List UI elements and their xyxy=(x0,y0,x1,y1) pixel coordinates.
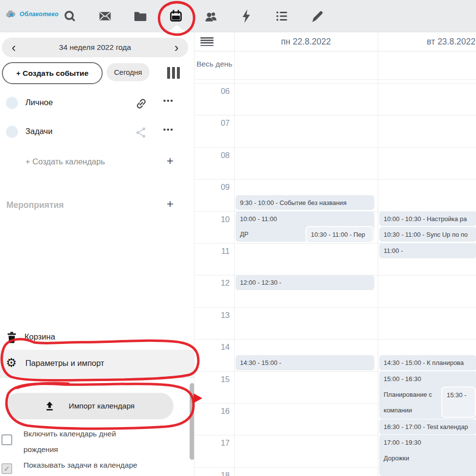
events-section-label: Мероприятия xyxy=(6,200,64,210)
hour-label: 16 xyxy=(195,406,230,416)
all-day-row[interactable]: Весь день xyxy=(195,51,476,80)
share-link-icon[interactable] xyxy=(135,97,148,112)
calendar-list-item-personal[interactable]: Личное ••• xyxy=(0,96,194,113)
event-tuesday-1700[interactable]: 17:00 - 19:30 Дорожки xyxy=(379,435,476,476)
calendar-color-dot[interactable] xyxy=(6,126,18,138)
event-tuesday-1630[interactable]: 16:30 - 17:00 - Test календар xyxy=(379,419,476,434)
week-navigation: ‹ 34 неделя 2022 года › xyxy=(2,38,188,57)
files-folder-icon[interactable] xyxy=(131,8,149,24)
calendar-list-item-tasks[interactable]: Задачи ••• xyxy=(0,125,194,141)
event-text: 16:30 - 17:00 - Test календар xyxy=(384,423,468,431)
day-header-monday[interactable]: пн 22.8.2022 xyxy=(234,32,378,51)
event-tuesday-1030[interactable]: 10:30 - 11:00 - Sync Up по по xyxy=(379,227,476,242)
hour-label: 07 xyxy=(195,118,230,128)
event-title: Дорожки xyxy=(384,451,472,466)
checkbox-checked[interactable]: ✓ xyxy=(1,463,12,474)
hour-label: 09 xyxy=(195,182,230,192)
event-text: 11:00 - xyxy=(384,247,403,254)
activity-bolt-icon[interactable] xyxy=(238,8,256,24)
all-day-label: Весь день xyxy=(196,60,234,68)
next-week-button[interactable]: › xyxy=(166,38,187,57)
plus-icon[interactable]: + xyxy=(167,154,173,168)
hour-label: 18 xyxy=(195,470,230,476)
hour-label: 08 xyxy=(195,150,230,160)
event-text: 14:30 - 15:00 - К планирова xyxy=(384,359,464,366)
event-text: 14:30 - 15:00 - xyxy=(240,359,281,366)
event-tuesday-1000[interactable]: 10:00 - 10:30 - Настройка ра xyxy=(379,211,476,226)
settings-import-row[interactable]: ⚙ Параметры и импорт xyxy=(0,350,194,378)
app-toolbar: Облакотеко xyxy=(0,0,476,32)
sidebar: ‹ 34 неделя 2022 года › + Создать событи… xyxy=(0,32,194,476)
calendar-menu-icon[interactable]: ••• xyxy=(163,125,174,134)
event-text: 10:00 - 10:30 - Настройка ра xyxy=(384,215,467,223)
time-grid[interactable]: 06 07 08 09 10 11 12 13 14 15 16 17 18 9… xyxy=(195,83,476,476)
hour-label: 14 xyxy=(195,342,230,352)
event-monday-1430[interactable]: 14:30 - 15:00 - xyxy=(236,355,374,370)
event-time: 10:00 - 11:00 xyxy=(240,211,370,227)
gear-icon: ⚙ xyxy=(6,357,17,369)
event-tuesday-1530-overlap[interactable]: 15:30 - xyxy=(441,386,476,418)
search-icon[interactable] xyxy=(61,8,79,24)
logo-text: Облакотеко xyxy=(20,11,59,18)
app-logo[interactable]: Облакотеко xyxy=(5,9,59,20)
cloud-logo-icon xyxy=(5,9,18,20)
notes-pencil-icon[interactable] xyxy=(308,8,326,24)
hour-label: 10 xyxy=(195,214,230,224)
contacts-icon[interactable] xyxy=(202,8,220,24)
calendar-menu-icon[interactable]: ••• xyxy=(163,96,174,105)
event-text: 9:30 - 10:00 - Событие без названия xyxy=(240,199,346,206)
event-tuesday-1100[interactable]: 11:00 - xyxy=(379,243,476,258)
calendar-week-view: пн 22.8.2022 вт 23.8.2022 Весь день 06 0… xyxy=(194,32,476,476)
birthday-calendar-label: Включить календарь дней рождения xyxy=(23,426,146,457)
events-section-row[interactable]: Мероприятия + xyxy=(0,198,194,215)
tasks-list-icon[interactable] xyxy=(273,8,291,24)
import-calendar-label: Импорт календаря xyxy=(69,402,135,410)
day-header-tuesday[interactable]: вт 23.8.2022 xyxy=(378,32,476,51)
today-button[interactable]: Сегодня xyxy=(107,63,150,81)
create-calendar-label: + Создать календарь xyxy=(25,157,105,166)
show-tasks-label: Показывать задачи в календаре xyxy=(23,457,185,473)
active-app-pointer xyxy=(169,25,185,32)
event-time: 17:00 - 19:30 xyxy=(384,435,472,451)
hour-label: 17 xyxy=(195,438,230,448)
menu-toggle-icon[interactable] xyxy=(200,37,214,47)
event-text: 15:30 - xyxy=(447,387,471,403)
share-icon[interactable] xyxy=(135,126,148,141)
event-monday-1030-overlap[interactable]: 10:30 - 11:00 - Пер xyxy=(305,226,374,243)
trash-label: Корзина xyxy=(24,332,55,341)
hour-label: 15 xyxy=(195,374,230,384)
trash-row[interactable]: Корзина xyxy=(0,331,194,345)
calendar-icon[interactable] xyxy=(167,8,185,24)
plus-icon[interactable]: + xyxy=(167,197,173,211)
event-monday-1200[interactable]: 12:00 - 12:30 - xyxy=(236,275,374,290)
event-text: 12:00 - 12:30 - xyxy=(240,279,281,286)
calendar-color-dot[interactable] xyxy=(6,97,18,109)
event-time: 15:00 - 16:30 xyxy=(384,371,472,387)
calendar-name: Задачи xyxy=(25,127,52,136)
calendar-name: Личное xyxy=(25,98,53,107)
create-event-button[interactable]: + Создать событие xyxy=(2,62,103,84)
calendar-header: пн 22.8.2022 вт 23.8.2022 xyxy=(195,32,476,51)
previous-week-button[interactable]: ‹ xyxy=(3,38,24,57)
hour-label: 13 xyxy=(195,310,230,320)
hour-label: 11 xyxy=(195,246,230,256)
settings-label: Параметры и импорт xyxy=(25,359,104,368)
trash-icon xyxy=(6,331,18,344)
week-label[interactable]: 34 неделя 2022 года xyxy=(24,38,166,57)
event-text: 10:30 - 11:00 - Sync Up по по xyxy=(384,231,468,238)
mail-icon[interactable] xyxy=(96,8,114,24)
event-tuesday-1430[interactable]: 14:30 - 15:00 - К планирова xyxy=(379,355,476,370)
import-calendar-button[interactable]: Импорт календаря xyxy=(5,393,173,419)
event-text: 10:30 - 11:00 - Пер xyxy=(311,231,365,238)
week-view-columns-icon[interactable] xyxy=(167,67,180,79)
create-calendar-row[interactable]: + Создать календарь + xyxy=(0,155,194,172)
event-monday-0930[interactable]: 9:30 - 10:00 - Событие без названия xyxy=(236,195,374,210)
checkbox-unchecked[interactable] xyxy=(1,434,12,445)
hour-label: 12 xyxy=(195,278,230,288)
hour-label: 06 xyxy=(195,86,230,96)
upload-icon xyxy=(44,401,55,412)
